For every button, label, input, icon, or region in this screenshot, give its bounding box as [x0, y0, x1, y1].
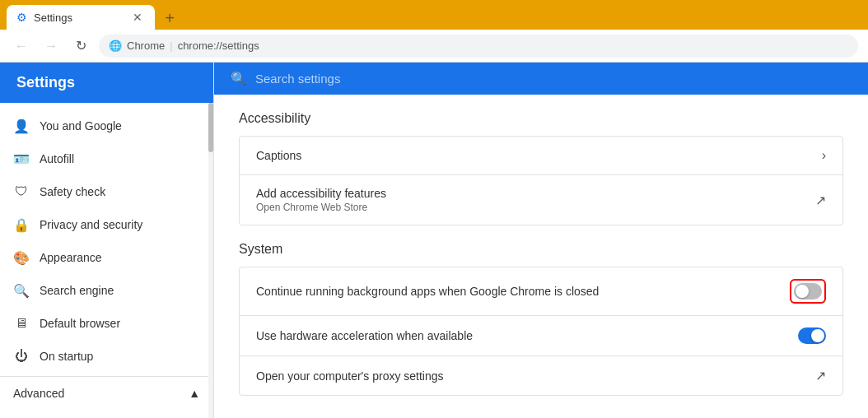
address-globe-icon: 🌐 [109, 39, 122, 52]
background-apps-title: Continue running background apps when Go… [256, 285, 790, 298]
browser-frame: ⚙ Settings ✕ + ← → ↻ 🌐 Chrome | chrome:/… [0, 0, 868, 418]
sidebar-item-safety-check[interactable]: 🛡 Safety check [0, 175, 213, 208]
reload-button[interactable]: ↻ [69, 35, 92, 58]
hardware-acceleration-title: Use hardware acceleration when available [256, 329, 798, 342]
tab-title: Settings [34, 12, 124, 24]
proxy-settings-row[interactable]: Open your computer's proxy settings ↗ [240, 356, 842, 395]
sidebar-items: 👤 You and Google 🪪 Autofill 🛡 Safety che… [0, 103, 213, 418]
sidebar-item-you-and-google[interactable]: 👤 You and Google [0, 109, 213, 142]
search-bar: 🔍 [214, 63, 868, 95]
sidebar: Settings 👤 You and Google 🪪 Autofill 🛡 S… [0, 63, 214, 418]
sidebar-title: Settings [16, 74, 75, 91]
forward-button[interactable]: → [40, 35, 63, 58]
external-link-icon: ↗ [815, 193, 826, 208]
shield-icon: 🛡 [13, 183, 30, 200]
browser-icon: 🖥 [13, 315, 30, 332]
search-icon: 🔍 [231, 71, 247, 86]
address-divider: | [170, 39, 172, 52]
shield-lock-icon: 🔒 [13, 216, 30, 233]
sidebar-item-label: You and Google [40, 119, 200, 132]
hardware-acceleration-toggle[interactable] [798, 327, 826, 344]
sidebar-item-default-browser[interactable]: 🖥 Default browser [0, 307, 213, 340]
sidebar-item-label: Autofill [40, 152, 200, 165]
sidebar-item-label: On startup [40, 350, 200, 363]
sidebar-item-label: Search engine [40, 284, 200, 297]
sidebar-item-on-startup[interactable]: ⏻ On startup [0, 340, 213, 373]
add-accessibility-title: Add accessibility features [256, 187, 815, 200]
background-apps-toggle[interactable] [794, 283, 822, 300]
back-button[interactable]: ← [10, 35, 33, 58]
sidebar-item-appearance[interactable]: 🎨 Appearance [0, 241, 213, 274]
content-area: Accessibility Captions › Add accessibili… [214, 95, 868, 418]
sidebar-item-privacy-security[interactable]: 🔒 Privacy and security [0, 208, 213, 241]
address-url: chrome://settings [178, 39, 259, 52]
hardware-acceleration-row[interactable]: Use hardware acceleration when available [240, 316, 842, 356]
address-bar: ← → ↻ 🌐 Chrome | chrome://settings [0, 30, 868, 63]
badge-icon: 🪪 [13, 151, 30, 167]
power-icon: ⏻ [13, 348, 30, 365]
sidebar-item-search-engine[interactable]: 🔍 Search engine [0, 274, 213, 307]
captions-row[interactable]: Captions › [240, 137, 842, 175]
toggle-thumb [811, 329, 824, 342]
proxy-settings-text: Open your computer's proxy settings [256, 369, 815, 383]
chevron-right-icon: › [822, 148, 826, 163]
advanced-arrow-icon: ▲ [189, 387, 200, 400]
background-apps-row[interactable]: Continue running background apps when Go… [240, 267, 842, 316]
search-input[interactable] [255, 72, 852, 86]
sidebar-item-label: Default browser [40, 317, 200, 330]
background-apps-toggle-wrapper [790, 279, 826, 304]
address-input[interactable]: 🌐 Chrome | chrome://settings [99, 35, 858, 58]
add-accessibility-subtitle: Open Chrome Web Store [256, 202, 815, 213]
sidebar-header: Settings [0, 63, 213, 103]
advanced-label: Advanced [13, 387, 64, 400]
proxy-settings-title: Open your computer's proxy settings [256, 369, 815, 383]
search-icon: 🔍 [13, 282, 30, 299]
tab-icon: ⚙ [16, 11, 27, 24]
toggle-thumb [796, 285, 809, 298]
sidebar-item-advanced[interactable]: Advanced ▲ [0, 376, 213, 410]
sidebar-item-label: Appearance [40, 251, 200, 264]
tab-bar: ⚙ Settings ✕ + [0, 0, 868, 30]
add-accessibility-row[interactable]: Add accessibility features Open Chrome W… [240, 175, 842, 225]
sidebar-item-autofill[interactable]: 🪪 Autofill [0, 142, 213, 175]
settings-wrapper: Settings 👤 You and Google 🪪 Autofill 🛡 S… [0, 63, 868, 418]
main-content: 🔍 Accessibility Captions › Add access [214, 63, 868, 418]
address-prefix: Chrome [127, 39, 165, 52]
new-tab-button[interactable]: + [158, 7, 181, 30]
system-section-title: System [239, 242, 843, 257]
system-card: Continue running background apps when Go… [239, 267, 843, 396]
captions-row-text: Captions [256, 149, 822, 162]
sidebar-item-label: Safety check [40, 185, 200, 198]
hardware-acceleration-text: Use hardware acceleration when available [256, 329, 798, 342]
proxy-external-link-icon: ↗ [815, 368, 826, 383]
person-icon: 👤 [13, 118, 30, 134]
settings-tab[interactable]: ⚙ Settings ✕ [7, 5, 155, 30]
tab-close-button[interactable]: ✕ [130, 10, 145, 25]
accessibility-card: Captions › Add accessibility features Op… [239, 136, 843, 225]
captions-title: Captions [256, 149, 822, 162]
palette-icon: 🎨 [13, 249, 30, 266]
background-apps-text: Continue running background apps when Go… [256, 285, 790, 298]
accessibility-section-title: Accessibility [239, 111, 843, 126]
sidebar-item-label: Privacy and security [40, 218, 200, 231]
add-accessibility-row-text: Add accessibility features Open Chrome W… [256, 187, 815, 213]
